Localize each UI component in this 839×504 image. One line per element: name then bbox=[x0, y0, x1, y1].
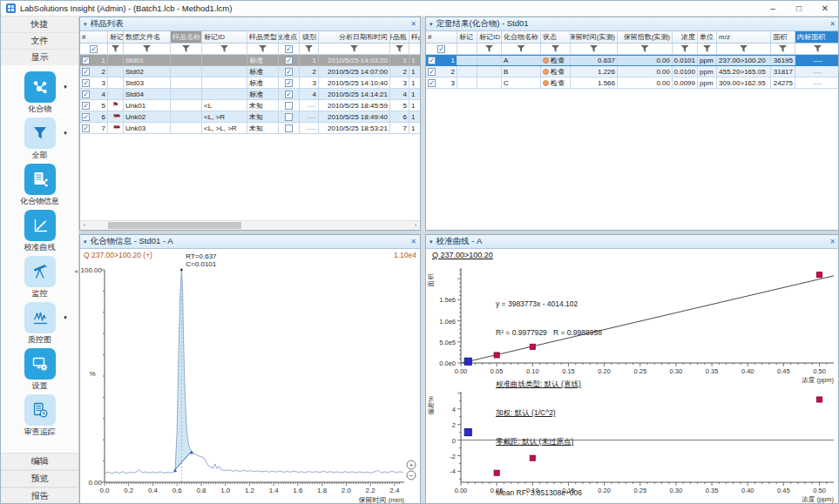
sidebar-tab-1[interactable]: 文件 bbox=[1, 33, 78, 50]
filter-cell[interactable] bbox=[618, 44, 673, 55]
column-header[interactable]: 单位 bbox=[698, 31, 717, 44]
filter-cell[interactable] bbox=[171, 44, 202, 55]
collapse-icon[interactable]: ▾ bbox=[430, 239, 433, 245]
panel-close-icon[interactable]: ✕ bbox=[829, 238, 836, 245]
collapse-icon[interactable]: ▾ bbox=[430, 21, 433, 28]
sidebar-tool-audit-trail[interactable]: 审查追踪 bbox=[1, 394, 78, 440]
filter-cell[interactable] bbox=[673, 44, 698, 55]
weighting-link[interactable]: 加权: 默认 (1/C^2) bbox=[496, 408, 602, 418]
sidebar-tool-settings[interactable]: 设置 bbox=[1, 348, 78, 394]
row-checkbox[interactable]: ✓ bbox=[428, 68, 436, 76]
column-header[interactable]: 化合物名称 bbox=[502, 31, 541, 44]
filter-funnel-icon[interactable] bbox=[641, 45, 649, 52]
quant-table-row[interactable]: ✓3C检查1.5660.000.0099ppm309.00>162.952427… bbox=[426, 77, 839, 89]
filter-cell[interactable] bbox=[300, 44, 319, 55]
column-header[interactable]: 样品名称 bbox=[171, 31, 202, 44]
column-header[interactable]: 标记 bbox=[108, 31, 124, 44]
column-header[interactable]: # bbox=[426, 31, 457, 44]
filter-cell[interactable] bbox=[795, 44, 839, 55]
column-header[interactable]: 样品类型 bbox=[247, 31, 279, 44]
calibration-point-checkbox[interactable]: ✓ bbox=[285, 68, 293, 76]
row-checkbox[interactable]: ✓ bbox=[82, 79, 90, 87]
filter-funnel-icon[interactable] bbox=[814, 45, 822, 52]
zoom-in-button[interactable]: + bbox=[407, 460, 416, 469]
sidebar-collapse-handle[interactable]: ◂ bbox=[74, 267, 78, 275]
filter-funnel-icon[interactable] bbox=[551, 45, 559, 52]
sample-table-row[interactable]: ✓6⚑⚑Unk02<L, >R未知----2010/5/25 18:49:406… bbox=[80, 111, 420, 123]
chevron-down-icon[interactable]: ▼ bbox=[63, 84, 68, 90]
filter-cell[interactable] bbox=[502, 44, 541, 55]
column-header[interactable]: m/z bbox=[717, 31, 771, 44]
collapse-icon[interactable]: ▾ bbox=[84, 21, 87, 28]
filter-funnel-icon[interactable] bbox=[259, 45, 267, 52]
calibration-point-checkbox[interactable]: ✓ bbox=[285, 91, 293, 98]
column-header[interactable]: 标记ID bbox=[202, 31, 247, 44]
sidebar-tool-qc-chart[interactable]: ▼质控图 bbox=[1, 302, 78, 348]
filter-funnel-icon[interactable] bbox=[485, 45, 493, 52]
column-header[interactable]: 保留时间(实测) bbox=[571, 31, 618, 44]
row-checkbox[interactable]: ✓ bbox=[82, 57, 90, 64]
sidebar-tool-molecule[interactable]: ▼化合物 bbox=[1, 71, 78, 118]
row-checkbox[interactable]: ✓ bbox=[82, 124, 90, 132]
filter-funnel-icon[interactable] bbox=[396, 45, 403, 52]
filter-cell[interactable] bbox=[541, 44, 571, 55]
calibration-point-checkbox[interactable]: ✓ bbox=[285, 79, 293, 87]
filter-funnel-icon[interactable] bbox=[112, 45, 119, 52]
close-button[interactable]: ✕ bbox=[812, 1, 838, 16]
filter-funnel-icon[interactable] bbox=[779, 45, 787, 52]
filter-cell[interactable] bbox=[771, 44, 795, 55]
selected-residual-point[interactable] bbox=[464, 429, 471, 436]
sidebar-tab-2[interactable]: 显示 bbox=[1, 50, 78, 66]
filter-cell[interactable] bbox=[409, 44, 420, 55]
sidebar-tool-filter[interactable]: ▼全部 bbox=[1, 118, 78, 164]
filter-funnel-icon[interactable] bbox=[590, 45, 598, 52]
scroll-thumb[interactable] bbox=[108, 222, 241, 229]
maximize-button[interactable]: □ bbox=[786, 1, 812, 16]
sidebar-tool-telescope[interactable]: 监控 bbox=[1, 256, 78, 302]
row-checkbox[interactable]: ✓ bbox=[82, 113, 90, 121]
column-header[interactable]: 级别 bbox=[300, 31, 319, 44]
sidebar-tool-compound-info[interactable]: 化合物信息 bbox=[1, 164, 78, 210]
filter-cell[interactable] bbox=[390, 44, 409, 55]
calibration-point-checkbox[interactable] bbox=[285, 102, 293, 110]
column-header[interactable]: 标记 bbox=[457, 31, 477, 44]
column-header[interactable]: # bbox=[80, 31, 108, 44]
residual-point[interactable] bbox=[817, 397, 822, 402]
scroll-left-arrow[interactable]: ‹ bbox=[80, 221, 89, 230]
panel-close-icon[interactable]: ✕ bbox=[410, 238, 416, 245]
sidebar-tab-0[interactable]: 快捷 bbox=[1, 17, 78, 33]
column-header[interactable]: 分析日期和时间 bbox=[319, 31, 390, 44]
selected-cal-point[interactable] bbox=[464, 358, 471, 365]
filter-funnel-icon[interactable] bbox=[350, 45, 358, 52]
column-header[interactable]: 标记ID bbox=[477, 31, 502, 44]
filter-checkbox[interactable]: ✓ bbox=[90, 45, 98, 53]
sample-table-row[interactable]: ✓4Std04标准✓42010/5/25 14:14:2141 bbox=[80, 89, 420, 100]
row-checkbox[interactable]: ✓ bbox=[428, 79, 436, 87]
filter-cell[interactable] bbox=[457, 44, 477, 55]
collapse-icon[interactable]: ▾ bbox=[84, 239, 87, 245]
column-header[interactable]: 状态 bbox=[541, 31, 571, 44]
zero-intercept-link[interactable]: 零截距: 默认 (未过原点) bbox=[496, 437, 602, 447]
row-checkbox[interactable]: ✓ bbox=[82, 102, 90, 110]
filter-cell[interactable] bbox=[477, 44, 502, 55]
filter-cell[interactable]: ✓ bbox=[426, 44, 457, 55]
filter-cell[interactable] bbox=[571, 44, 618, 55]
chevron-down-icon[interactable]: ▼ bbox=[63, 131, 68, 136]
minimize-button[interactable]: – bbox=[760, 1, 786, 16]
quant-table-row[interactable]: ✓1A检查0.6370.000.0101ppm237.00>100.203619… bbox=[426, 55, 839, 66]
filter-checkbox[interactable]: ✓ bbox=[285, 45, 293, 53]
calibration-point-checkbox[interactable]: ✓ bbox=[285, 57, 293, 64]
filter-funnel-icon[interactable] bbox=[305, 45, 313, 52]
sidebar-bottom-tab-0[interactable]: 编辑 bbox=[1, 453, 78, 470]
chromatogram-chart[interactable]: Q 237.00>100.20 (+)1.10e4RT=0.637C=0.010… bbox=[80, 249, 420, 504]
cal-point[interactable] bbox=[817, 272, 822, 278]
filter-cell[interactable] bbox=[319, 44, 390, 55]
column-header[interactable]: 浓度 bbox=[673, 31, 698, 44]
sample-table-row[interactable]: ✓2Std02标准✓22010/5/25 14:07:0021 bbox=[80, 66, 420, 77]
filter-cell[interactable] bbox=[202, 44, 247, 55]
filter-funnel-icon[interactable] bbox=[143, 45, 151, 52]
column-header[interactable]: 样品瓶 bbox=[390, 31, 409, 44]
chevron-down-icon[interactable]: ▼ bbox=[63, 315, 68, 320]
panel-close-icon[interactable]: ✕ bbox=[829, 20, 836, 28]
sample-table-row[interactable]: ✓5⚑Unk01<L未知----2010/5/25 18:45:5951 bbox=[80, 100, 420, 111]
